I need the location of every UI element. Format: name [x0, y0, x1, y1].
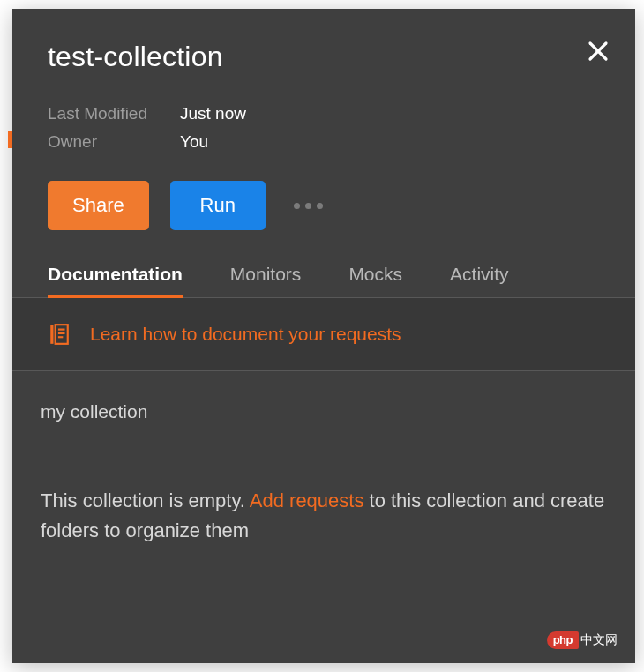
learn-banner[interactable]: Learn how to document your requests: [12, 298, 635, 371]
more-actions-button[interactable]: [287, 196, 330, 216]
tab-mocks[interactable]: Mocks: [348, 264, 402, 297]
watermark-badge: php: [547, 631, 579, 649]
accent-edge-bar: [8, 131, 12, 148]
ellipsis-dot-icon: [317, 203, 323, 209]
owner-label: Owner: [48, 128, 180, 156]
close-icon: [588, 41, 609, 62]
add-requests-link[interactable]: Add requests: [250, 489, 364, 511]
empty-state-message: This collection is empty. Add requests t…: [41, 486, 607, 546]
ellipsis-dot-icon: [305, 203, 311, 209]
watermark-text: 中文网: [580, 632, 618, 648]
meta-section: Last Modified Just now Owner You: [12, 73, 635, 156]
watermark: php 中文网: [547, 631, 618, 649]
last-modified-value: Just now: [180, 100, 246, 128]
close-button[interactable]: [588, 41, 609, 62]
meta-row-last-modified: Last Modified Just now: [48, 100, 600, 128]
tab-activity[interactable]: Activity: [450, 264, 509, 297]
collection-title: test-collection: [48, 41, 600, 73]
document-icon: [48, 323, 71, 346]
learn-banner-text: Learn how to document your requests: [90, 324, 401, 345]
collection-details-panel: test-collection Last Modified Just now O…: [12, 9, 635, 663]
panel-header: test-collection: [12, 9, 635, 73]
collection-name: my collection: [41, 401, 607, 422]
documentation-body: my collection This collection is empty. …: [12, 371, 635, 576]
owner-value: You: [180, 128, 208, 156]
actions-row: Share Run: [12, 156, 635, 264]
run-button[interactable]: Run: [170, 181, 266, 230]
tabs-bar: Documentation Monitors Mocks Activity: [12, 264, 635, 298]
ellipsis-dot-icon: [294, 203, 300, 209]
last-modified-label: Last Modified: [48, 100, 180, 128]
tab-monitors[interactable]: Monitors: [230, 264, 302, 297]
tab-documentation[interactable]: Documentation: [48, 264, 183, 297]
share-button[interactable]: Share: [48, 181, 149, 230]
empty-prefix: This collection is empty.: [41, 489, 250, 511]
svg-rect-2: [50, 325, 53, 344]
meta-row-owner: Owner You: [48, 128, 600, 156]
